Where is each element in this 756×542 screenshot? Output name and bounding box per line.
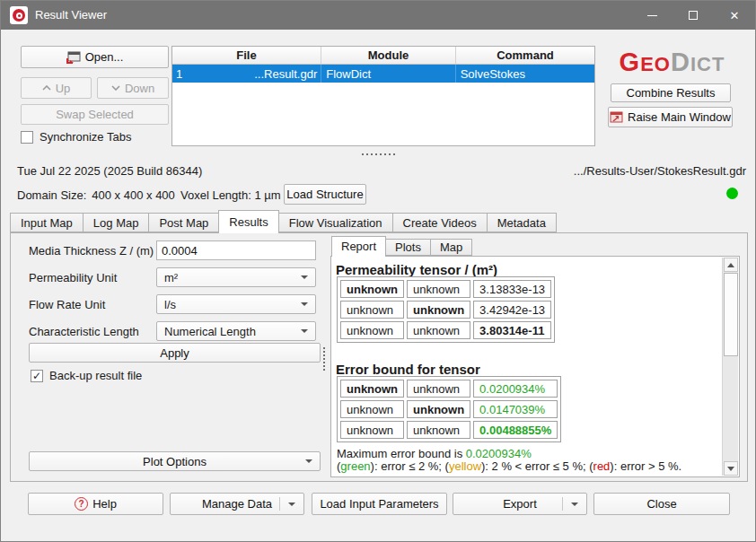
scrollbar-thumb[interactable] [724, 273, 738, 356]
scroll-up-button[interactable] [724, 258, 738, 272]
vertical-splitter[interactable] [323, 347, 325, 371]
error-cell: 0.0147039% [473, 400, 558, 418]
app-icon [10, 6, 28, 24]
column-header-module[interactable]: Module [321, 47, 456, 64]
error-bound-table: unknown unknown 0.0200934% unknown unkno… [337, 376, 561, 442]
maximize-icon [689, 11, 698, 20]
scroll-down-icon [727, 467, 734, 471]
tab-map[interactable]: Map [430, 239, 472, 256]
plot-options-button[interactable]: Plot Options [29, 451, 321, 471]
minimize-button[interactable] [631, 1, 672, 30]
build-date-label: Tue Jul 22 2025 (2025 Build 86344) [17, 164, 202, 178]
main-tab-bar: Input Map Log Map Post Map Results Flow … [10, 213, 556, 233]
down-button[interactable]: Down [97, 77, 169, 99]
swap-selected-button[interactable]: Swap Selected [21, 104, 169, 125]
export-button[interactable]: Export [453, 493, 587, 515]
error-cell: unknown [407, 380, 470, 398]
voxel-length-value: 1 µm [254, 188, 280, 202]
error-cell: unknown [340, 380, 404, 398]
flow-rate-unit-select[interactable]: l/s [156, 294, 316, 314]
result-viewer-window: Result Viewer ✕ Open... Up Down Swap Sel… [0, 0, 756, 542]
window-title: Result Viewer [35, 1, 107, 30]
synchronize-tabs-checkbox[interactable]: Synchronize Tabs [21, 130, 131, 144]
tab-results[interactable]: Results [218, 210, 278, 233]
column-header-command[interactable]: Command [456, 47, 594, 64]
tensor-cell: unknown [340, 280, 404, 298]
tab-create-videos[interactable]: Create Videos [392, 213, 488, 232]
apply-button[interactable]: Apply [29, 343, 321, 363]
row-module: FlowDict [326, 67, 371, 81]
maximize-button[interactable] [672, 1, 714, 30]
tab-post-map[interactable]: Post Map [148, 213, 219, 232]
scroll-up-icon [727, 263, 734, 267]
result-path-label: .../Results-User/StokesResult.gdr [574, 164, 746, 178]
checkbox-checked-icon: ✓ [31, 370, 43, 382]
row-file: ...Result.gdr [254, 67, 317, 81]
load-input-parameters-button[interactable]: Load Input Parameters [312, 493, 447, 515]
close-dialog-button[interactable]: Close [593, 493, 730, 515]
tab-log-map[interactable]: Log Map [83, 213, 150, 232]
permeability-unit-label: Permeability Unit [29, 271, 117, 284]
help-question-icon: ? [75, 497, 88, 511]
tensor-cell: 3.80314e-11 [473, 321, 551, 339]
manage-data-button[interactable]: Manage Data [170, 493, 304, 515]
tensor-cell: unknown [340, 321, 404, 339]
raise-window-icon [610, 111, 623, 123]
up-button[interactable]: Up [21, 77, 92, 99]
column-header-file[interactable]: File [172, 47, 321, 64]
tab-input-map[interactable]: Input Map [10, 213, 84, 232]
load-structure-button[interactable]: Load Structure [284, 184, 366, 205]
tensor-cell: 3.42942e-13 [473, 301, 551, 319]
dropdown-arrow-icon [301, 275, 308, 279]
error-cell: unknown [407, 421, 470, 439]
minimize-icon [647, 15, 657, 16]
error-color-legend: (green): error ≤ 2 %; (yellow): 2 % < er… [337, 459, 681, 473]
max-error-line: Maximum error bound is 0.0200934% [337, 447, 532, 460]
help-button[interactable]: ? Help [28, 493, 163, 515]
permeability-unit-select[interactable]: m² [156, 267, 316, 287]
media-thickness-input[interactable] [156, 240, 316, 260]
dropdown-arrow-icon [305, 459, 312, 463]
report-tab-bar: Report Plots Map [331, 236, 471, 257]
title-bar: Result Viewer ✕ [1, 1, 755, 30]
dropdown-arrow-icon [288, 503, 295, 506]
geodict-logo: GEODICT [602, 48, 742, 77]
tab-plots[interactable]: Plots [385, 239, 431, 256]
file-table-header: File Module Command [172, 47, 594, 65]
tensor-cell: unknown [407, 280, 470, 298]
dropdown-arrow-icon [301, 302, 308, 306]
close-icon: ✕ [730, 10, 740, 22]
raise-main-window-button[interactable]: Raise Main Window [608, 107, 733, 127]
voxel-length-label: Voxel Length: [180, 188, 251, 202]
error-cell: unknown [340, 400, 404, 418]
tab-report[interactable]: Report [331, 236, 386, 257]
horizontal-splitter[interactable] [1, 151, 755, 158]
result-file-table[interactable]: File Module Command 1 ...Result.gdr Flow… [171, 46, 595, 146]
tensor-cell: unknown [340, 301, 404, 319]
media-thickness-label: Media Thickness Z / (m) [29, 244, 154, 258]
permeability-tensor-table: unknown unknown 3.13833e-13 unknown unkn… [337, 276, 555, 343]
error-bound-heading: Error bound for tensor [336, 362, 480, 377]
flow-rate-unit-label: Flow Rate Unit [29, 298, 105, 311]
row-index: 1 [176, 67, 182, 81]
scroll-down-button[interactable] [724, 461, 738, 476]
chevron-down-icon [111, 85, 120, 91]
tab-metadata[interactable]: Metadata [487, 213, 557, 232]
report-scrollbar[interactable] [722, 258, 738, 476]
domain-size-label: Domain Size: [17, 188, 86, 202]
error-cell: 0.00488855% [473, 421, 558, 439]
combine-results-button[interactable]: Combine Results [611, 83, 731, 102]
tab-flow-visualization[interactable]: Flow Visualization [278, 213, 393, 232]
domain-size-value: 400 x 400 x 400 [92, 188, 175, 202]
table-row[interactable]: 1 ...Result.gdr FlowDict SolveStokes [172, 65, 594, 83]
backup-result-file-checkbox[interactable]: ✓ Back-up result file [31, 369, 142, 382]
tensor-cell: unknown [407, 321, 470, 339]
row-command: SolveStokes [461, 67, 525, 81]
characteristic-length-select[interactable]: Numerical Length [156, 321, 316, 341]
error-cell: 0.0200934% [473, 380, 558, 398]
close-button[interactable]: ✕ [714, 1, 755, 30]
open-button[interactable]: Open... [21, 46, 169, 68]
permeability-tensor-heading: Permeability tensor / (m²) [336, 262, 497, 277]
characteristic-length-label: Characteristic Length [29, 325, 139, 338]
open-dialog-icon [66, 51, 81, 64]
